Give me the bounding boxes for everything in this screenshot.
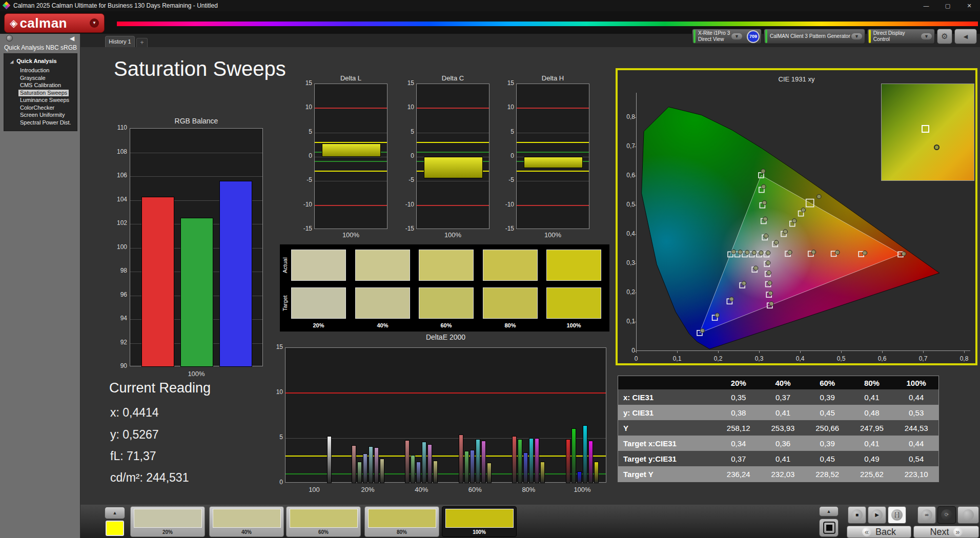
cie-measured-circle	[769, 302, 773, 306]
sidebar-collapse-icon[interactable]: ◀	[70, 35, 74, 42]
rgb-bar-red	[141, 197, 174, 367]
back-button[interactable]: « Back	[847, 526, 911, 538]
deltae-plot	[285, 347, 606, 483]
cie-ytick-mark	[634, 117, 637, 118]
rainbow-gradient-strip	[117, 22, 978, 26]
reading-x: x: 0,4414	[110, 406, 159, 420]
cie-measured-circle	[762, 184, 766, 189]
cie-xtick: 0,1	[667, 355, 687, 362]
next-chevron-icon: »	[953, 527, 963, 536]
workflow-radio-button[interactable]	[6, 35, 13, 42]
page-title: Saturation Sweeps	[114, 57, 286, 80]
delta-h-chart: Delta H 100% 151050-5-10-15	[496, 74, 591, 239]
expand-controls-button[interactable]: ▲	[819, 506, 839, 516]
maximize-button[interactable]: ▢	[937, 0, 958, 11]
reading-fl: fL: 71,37	[110, 449, 156, 463]
back-label: Back	[875, 527, 896, 537]
table-cell: 225,62	[850, 470, 894, 479]
display-control-label: Direct Display Control	[873, 30, 921, 43]
table-column-header: 40%	[761, 379, 805, 387]
sidebar-item-luminance-sweeps[interactable]: Luminance Sweeps	[18, 97, 71, 104]
settings-button[interactable]: ⚙	[937, 29, 952, 44]
deltae-xlabel: 80%	[508, 486, 549, 493]
rgb-balance-chart: RGB Balance 1101081061041021009896949290…	[107, 117, 267, 379]
rgb-ytick: 108	[107, 148, 127, 155]
table-header-row: 20%40%60%80%100%	[618, 376, 938, 389]
cie-measured-circle	[801, 208, 805, 212]
calman-menu-button[interactable]: ◈ calman ▼	[4, 13, 105, 33]
cie-ytick-mark	[634, 176, 637, 176]
tree-root-node[interactable]: ◢ Quick Analysis	[10, 58, 57, 64]
deltae-ytick: 5	[263, 433, 283, 441]
gear-icon: ⚙	[941, 32, 948, 40]
colorspace-709-badge[interactable]: 709	[747, 30, 760, 43]
cie-measured-circle	[759, 251, 763, 255]
sidebar-item-colorchecker[interactable]: ColorChecker	[18, 105, 56, 111]
cie-xtick: 0,6	[872, 355, 892, 362]
measurement-table: 20%40%60%80%100% x: CIE310,350,370,390,4…	[618, 376, 939, 482]
expand-patterns-button[interactable]: ▲	[105, 507, 125, 519]
sidebar-item-grayscale[interactable]: Grayscale	[18, 75, 47, 81]
pattern-button-60%[interactable]: 60%	[286, 506, 361, 537]
deltae-refline	[285, 392, 606, 394]
cie-ytick: 0,4	[618, 230, 635, 237]
cie-xtick-mark	[677, 350, 678, 353]
delta_c-ytick: -5	[397, 176, 414, 183]
extra-transport-button[interactable]	[957, 506, 979, 524]
target-swatch-40%	[355, 287, 410, 319]
close-button[interactable]: ✕	[958, 0, 980, 11]
chevron-left-icon: ◀	[964, 33, 968, 39]
pattern-button-20%[interactable]: 20%	[130, 506, 205, 537]
delta_h-ytick: 5	[497, 128, 514, 135]
collapse-panel-button[interactable]: ◀	[954, 29, 977, 44]
sync-button[interactable]: ⟳	[937, 506, 956, 524]
table-row-label: y: CIE31	[618, 408, 716, 417]
deltae-bar	[380, 459, 384, 483]
deltae-bar	[594, 462, 599, 483]
table-cell: 0,44	[894, 393, 938, 402]
delta_h-refline	[517, 108, 589, 109]
pattern-button-40%[interactable]: 40%	[209, 506, 284, 537]
delta_c-ytick: 10	[397, 104, 414, 111]
play-button[interactable]: ▶	[868, 506, 886, 524]
tab-history-1[interactable]: History 1	[105, 36, 135, 47]
infinity-icon: ∞	[921, 509, 932, 521]
sidebar-item-spectral-power-dist[interactable]: Spectral Power Dist.	[18, 119, 73, 126]
table-cell: 253,93	[761, 424, 805, 432]
sidebar-item-introduction[interactable]: Introduction	[18, 67, 51, 74]
deltae-bar	[405, 440, 410, 483]
table-column-header: 100%	[894, 379, 938, 387]
meter-dropdown[interactable]: X-Rite i1Pro 3Direct View ▼ 709	[692, 29, 762, 44]
pattern-generator-dropdown[interactable]: CalMAN Client 3 Pattern Generator ▼	[764, 29, 865, 44]
continuous-measure-button[interactable]: ∞	[917, 506, 936, 524]
cie-measured-circle	[835, 250, 840, 254]
delta_c-ytick: 0	[397, 152, 414, 159]
stop-button[interactable]: ■	[848, 506, 866, 524]
actual-swatch-60%	[419, 250, 474, 281]
table-row-label: x: CIE31	[618, 393, 716, 402]
minimize-button[interactable]: —	[915, 0, 937, 11]
current-reading-heading: Current Reading	[109, 380, 211, 396]
deltae-bar	[535, 438, 539, 483]
next-button[interactable]: Next »	[913, 526, 979, 538]
pattern-button-100%[interactable]: 100%	[442, 506, 517, 537]
titlebar: Calman 2025 Calman Ultimate for Business…	[0, 0, 980, 11]
deltae-bar	[422, 442, 426, 483]
display-control-dropdown[interactable]: Direct Display Control ▼	[867, 29, 935, 44]
delta_h-ytick: -5	[497, 176, 514, 183]
sidebar-item-saturation-sweeps[interactable]: Saturation Sweeps	[18, 90, 69, 96]
sidebar-item-cms-calibration[interactable]: CMS Calibration	[18, 82, 63, 89]
single-measure-button[interactable]: [·]	[888, 506, 906, 524]
pattern-window-button[interactable]	[819, 519, 839, 537]
actual-row-label: Actual	[282, 250, 289, 281]
chevron-down-icon: ▼	[851, 33, 862, 39]
chevron-down-icon: ▼	[731, 33, 742, 39]
pattern-button-80%[interactable]: 80%	[364, 506, 439, 537]
cie-measured-circle	[792, 219, 797, 223]
delta_h-ytick: 0	[497, 152, 514, 159]
calman-window: Calman 2025 Calman Ultimate for Business…	[0, 0, 980, 538]
sidebar-item-screen-uniformity[interactable]: Screen Uniformity	[18, 112, 66, 118]
delta_h-ytick: -15	[497, 225, 514, 232]
cie-measured-circle	[817, 194, 821, 198]
add-tab-button[interactable]: +	[136, 38, 148, 47]
